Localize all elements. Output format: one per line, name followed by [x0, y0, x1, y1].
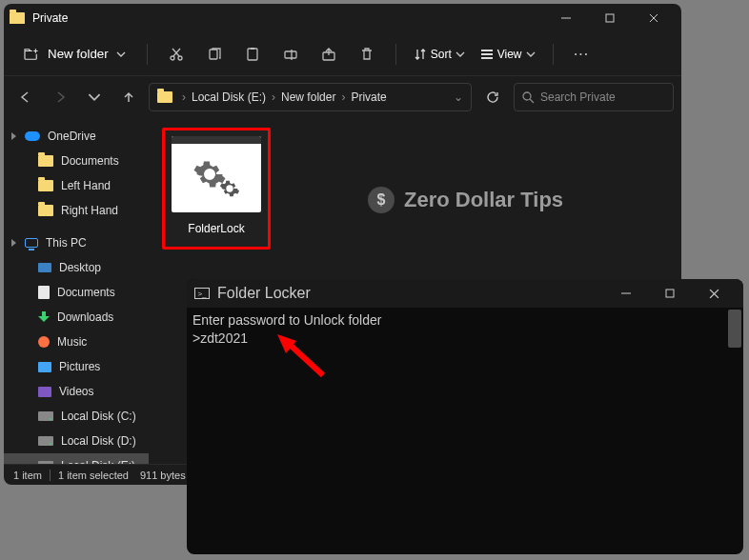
sidebar-label: This PC	[46, 236, 87, 250]
svg-point-21	[523, 92, 531, 100]
cmd-minimize-button[interactable]	[604, 279, 648, 308]
window-title: Private	[32, 11, 68, 25]
view-button[interactable]: View	[475, 44, 541, 65]
cmd-icon: >_	[194, 288, 210, 299]
drive-icon	[38, 436, 53, 446]
search-icon	[522, 91, 535, 104]
cmd-titlebar[interactable]: >_ Folder Locker	[187, 279, 743, 308]
pc-icon	[25, 238, 38, 248]
sidebar-item-documents[interactable]: Documents	[4, 149, 149, 173]
sidebar-item-videos[interactable]: Videos	[4, 379, 149, 404]
chevron-down-icon	[455, 50, 465, 59]
sidebar: OneDrive Documents Left Hand Right Hand …	[4, 118, 149, 464]
sidebar-label: Documents	[57, 286, 115, 299]
breadcrumb-seg[interactable]: Private	[351, 90, 386, 104]
svg-line-10	[173, 49, 180, 56]
breadcrumb-seg[interactable]: Local Disk (E:)	[192, 90, 266, 104]
svg-line-11	[172, 49, 179, 56]
cmd-scrollbar[interactable]	[728, 310, 741, 348]
chevron-down-icon[interactable]: ⌄	[454, 90, 463, 104]
new-folder-button[interactable]: New folder	[13, 41, 135, 67]
sidebar-item-drive-e[interactable]: Local Disk (E:)	[4, 453, 149, 464]
explorer-titlebar[interactable]: Private	[4, 4, 681, 32]
recent-button[interactable]	[80, 83, 109, 111]
cloud-icon	[25, 131, 40, 141]
maximize-button[interactable]	[588, 4, 632, 32]
explorer-toolbar: New folder Sort View ···	[4, 32, 681, 76]
cmd-prompt: >	[192, 330, 200, 346]
file-tile-folderlock[interactable]: FolderLock	[162, 128, 271, 250]
sidebar-label: Desktop	[59, 261, 101, 274]
dollar-icon: $	[368, 187, 395, 213]
sidebar-item-onedrive[interactable]: OneDrive	[4, 124, 149, 149]
drive-icon	[38, 461, 53, 464]
sidebar-item-drive-d[interactable]: Local Disk (D:)	[4, 429, 149, 453]
cmd-output-line: Enter password to Unlock folder	[192, 311, 738, 330]
view-label: View	[497, 48, 522, 61]
copy-button[interactable]	[197, 37, 232, 71]
cmd-window: >_ Folder Locker Enter password to Unloc…	[187, 279, 743, 554]
sort-icon	[414, 48, 427, 61]
toolbar-divider	[395, 44, 396, 65]
breadcrumb[interactable]: › Local Disk (E:) › New folder › Private…	[149, 83, 472, 111]
desktop-icon	[38, 263, 51, 272]
file-name: FolderLock	[188, 222, 244, 235]
sidebar-item-righthand[interactable]: Right Hand	[4, 198, 149, 223]
videos-icon	[38, 387, 51, 397]
sidebar-label: Downloads	[57, 310, 113, 324]
sidebar-item-drive-c[interactable]: Local Disk (C:)	[4, 404, 149, 429]
toolbar-divider	[553, 44, 554, 65]
cmd-maximize-button[interactable]	[648, 279, 692, 308]
chevron-right-icon: ›	[272, 90, 275, 104]
download-icon	[38, 311, 50, 323]
sidebar-item-lefthand[interactable]: Left Hand	[4, 173, 149, 198]
cmd-input-text: zdt2021	[200, 330, 248, 346]
svg-rect-15	[285, 51, 296, 58]
sidebar-label: Left Hand	[61, 179, 111, 192]
svg-point-8	[171, 56, 174, 60]
file-preview	[172, 136, 261, 212]
paste-button[interactable]	[235, 37, 270, 71]
sidebar-item-documents2[interactable]: Documents	[4, 280, 149, 305]
sidebar-item-downloads[interactable]: Downloads	[4, 305, 149, 330]
chevron-right-icon: ›	[182, 90, 186, 104]
folder-icon	[10, 12, 25, 24]
sort-label: Sort	[431, 48, 452, 61]
svg-rect-18	[481, 50, 493, 51]
search-placeholder: Search Private	[540, 90, 616, 104]
new-folder-label: New folder	[48, 47, 109, 61]
sort-button[interactable]: Sort	[408, 44, 471, 65]
sidebar-item-music[interactable]: Music	[4, 330, 149, 354]
rename-button[interactable]	[273, 37, 308, 71]
sidebar-item-desktop[interactable]: Desktop	[4, 255, 149, 280]
svg-rect-13	[248, 49, 257, 60]
folder-icon	[38, 180, 53, 191]
cut-button[interactable]	[159, 37, 193, 71]
sidebar-label: Right Hand	[61, 204, 118, 217]
back-button[interactable]	[11, 83, 40, 111]
svg-rect-12	[210, 50, 217, 59]
sidebar-item-pictures[interactable]: Pictures	[4, 354, 149, 379]
chevron-down-icon	[116, 50, 126, 59]
status-selected: 1 item selected	[58, 470, 129, 481]
more-button[interactable]: ···	[565, 37, 599, 71]
sidebar-item-thispc[interactable]: This PC	[4, 230, 149, 255]
cmd-body[interactable]: Enter password to Unlock folder >zdt2021	[187, 308, 743, 554]
svg-line-22	[530, 99, 534, 103]
refresh-button[interactable]	[477, 83, 508, 111]
svg-rect-14	[251, 48, 254, 50]
status-divider	[50, 470, 51, 481]
up-button[interactable]	[114, 83, 143, 111]
forward-button[interactable]	[46, 83, 74, 111]
delete-button[interactable]	[350, 37, 384, 71]
new-icon	[23, 48, 40, 61]
breadcrumb-seg[interactable]: New folder	[281, 90, 335, 104]
sidebar-label: Videos	[59, 385, 93, 398]
search-input[interactable]: Search Private	[514, 83, 674, 111]
toolbar-divider	[147, 44, 148, 65]
minimize-button[interactable]	[544, 4, 588, 32]
share-button[interactable]	[312, 37, 346, 71]
cmd-close-button[interactable]	[692, 279, 736, 308]
close-button[interactable]	[632, 4, 676, 32]
sidebar-label: OneDrive	[48, 130, 96, 143]
